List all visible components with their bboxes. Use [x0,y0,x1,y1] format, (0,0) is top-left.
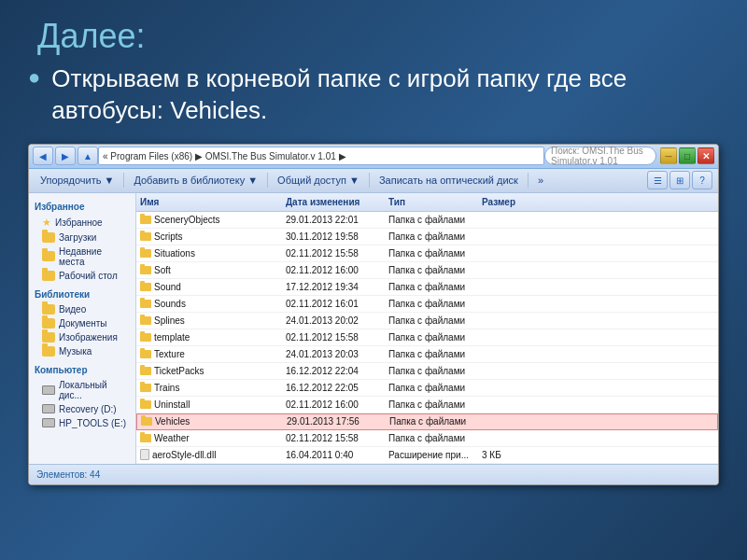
folder-icon [140,283,151,291]
file-name-text: SceneryObjects [154,215,220,225]
folder-icon [140,434,151,442]
table-row[interactable]: Uninstall02.11.2012 16:00Папка с файлами [136,397,718,413]
file-date-cell: 16.12.2012 22:04 [286,366,388,376]
file-list-header: Имя Дата изменения Тип Размер [136,193,718,212]
view-icon-1[interactable]: ☰ [647,171,668,189]
file-date-cell: 29.01.2013 22:01 [286,215,388,225]
file-name-text: Soft [154,265,171,275]
file-date-cell: 02.11.2012 16:01 [286,299,388,309]
toolbar-sep-3 [369,173,370,188]
file-icon [140,449,149,460]
file-type-cell: Папка с файлами [388,215,482,225]
sidebar-item-documents[interactable]: Документы [29,316,135,330]
share-button[interactable]: Общий доступ ▼ [272,173,365,188]
search-box[interactable]: Поиск: OMSI.The Bus Simulator.v 1.01 [544,147,656,165]
sidebar-item-local-disk[interactable]: Локальный дис... [29,378,135,402]
table-row[interactable]: aeroStyle-dll.dll16.04.2011 0:40Расширен… [136,447,718,464]
file-date-cell: 30.11.2012 19:58 [286,231,388,242]
up-button[interactable]: ▲ [78,147,98,165]
sidebar-item-recent[interactable]: Недавние места [29,245,135,269]
file-type-cell: Папка с файлами [389,416,483,427]
close-button[interactable]: ✕ [698,147,714,164]
file-list-area[interactable]: Имя Дата изменения Тип Размер SceneryObj… [136,193,718,464]
sidebar-item-music[interactable]: Музыка [29,344,135,358]
bullet-text: Открываем в корневой папке с игрой папку… [51,63,710,127]
folder-icon [42,232,55,243]
table-row[interactable]: Trains16.12.2012 22:05Папка с файлами [136,380,718,397]
title-bar: ◀ ▶ ▲ « Program Files (x86) ▶ OMSI.The B… [29,145,718,169]
col-header-size[interactable]: Размер [482,197,547,207]
maximize-button[interactable]: □ [679,147,696,164]
file-name-cell: Situations [136,248,286,259]
burn-button[interactable]: Записать на оптический диск [374,173,524,188]
folder-icon [140,216,151,224]
folder-icon [140,333,151,342]
table-row[interactable]: TicketPacks16.12.2012 22:04Папка с файла… [136,363,718,380]
file-type-cell: Папка с файлами [388,383,482,393]
sidebar-item-images[interactable]: Изображения [29,330,135,344]
more-button[interactable]: » [532,173,549,188]
file-name-cell: Trains [136,383,286,393]
table-row[interactable]: template02.11.2012 15:58Папка с файлами [136,329,718,346]
file-name-text: Splines [154,315,185,326]
file-type-cell: Папка с файлами [388,332,482,343]
file-date-cell: 02.11.2012 15:58 [286,433,388,443]
file-name-text: Uninstall [154,399,190,410]
back-button[interactable]: ◀ [33,147,53,165]
organize-button[interactable]: Упорядочить ▼ [35,173,120,188]
col-header-date[interactable]: Дата изменения [286,197,388,207]
file-rows-container: SceneryObjects29.01.2013 22:01Папка с фа… [136,212,718,464]
main-content: Избранное ★ Избранное Загрузки Недавние … [29,193,718,464]
folder-icon [140,316,151,325]
table-row[interactable]: Texture24.01.2013 20:03Папка с файлами [136,346,718,363]
file-type-cell: Папка с файлами [388,248,482,259]
sidebar-item-downloads[interactable]: Загрузки [29,231,135,245]
table-row[interactable]: Scripts30.11.2012 19:58Папка с файлами [136,229,718,245]
table-row[interactable]: Weather02.11.2012 15:58Папка с файлами [136,430,718,447]
file-name-cell: Texture [136,349,286,359]
col-header-name[interactable]: Имя [136,197,286,207]
file-name-cell: Weather [136,433,286,443]
folder-icon [42,271,55,281]
sidebar-libraries-header: Библиотеки [29,287,135,302]
minimize-button[interactable]: ─ [660,147,677,164]
drive-icon [42,385,55,395]
file-date-cell: 16.12.2012 22:05 [286,383,388,393]
slide-title: Далее: [0,0,747,63]
table-row[interactable]: Splines24.01.2013 20:02Папка с файлами [136,313,718,329]
sidebar-favorites-section: Избранное ★ Избранное Загрузки Недавние … [29,199,135,283]
file-date-cell: 16.04.2011 0:40 [286,450,388,460]
table-row[interactable]: Soft02.11.2012 16:00Папка с файлами [136,262,718,279]
folder-icon [42,318,55,329]
table-row[interactable]: Situations02.11.2012 15:58Папка с файлам… [136,245,718,262]
folder-icon [140,400,151,409]
file-type-cell: Папка с файлами [388,315,482,326]
forward-button[interactable]: ▶ [55,147,76,165]
sidebar-item-desktop[interactable]: Рабочий стол [29,269,135,283]
folder-icon [140,266,151,274]
view-icon-2[interactable]: ⊞ [669,171,690,189]
table-row[interactable]: Sound17.12.2012 19:34Папка с файлами [136,279,718,296]
sidebar-item-video[interactable]: Видео [29,302,135,316]
file-name-cell: TicketPacks [136,366,286,376]
sidebar-item-recovery[interactable]: Recovery (D:) [29,402,135,416]
file-name-cell: template [136,332,286,343]
sidebar-item-favorites-star[interactable]: ★ Избранное [29,215,135,231]
file-name-text: Trains [154,383,179,393]
table-row[interactable]: Vehicles29.01.2013 17:56Папка с файлами [136,413,718,430]
address-path[interactable]: « Program Files (x86) ▶ OMSI.The Bus Sim… [98,147,544,165]
help-icon[interactable]: ? [692,171,712,189]
sidebar-item-hp-tools[interactable]: HP_TOOLS (E:) [29,416,135,430]
file-name-text: aeroStyle-dll.dll [152,450,216,460]
file-date-cell: 17.12.2012 19:34 [286,282,388,292]
file-name-text: Situations [154,248,195,259]
status-bar: Элементов: 44 [29,464,718,484]
table-row[interactable]: SceneryObjects29.01.2013 22:01Папка с фа… [136,212,718,229]
folder-icon [140,232,151,241]
file-name-text: Weather [154,433,190,443]
table-row[interactable]: Sounds02.11.2012 16:01Папка с файлами [136,296,718,313]
folder-icon [140,367,151,375]
col-header-type[interactable]: Тип [388,197,482,207]
add-library-button[interactable]: Добавить в библиотеку ▼ [128,173,263,188]
sidebar-computer-header: Компьютер [29,362,135,378]
